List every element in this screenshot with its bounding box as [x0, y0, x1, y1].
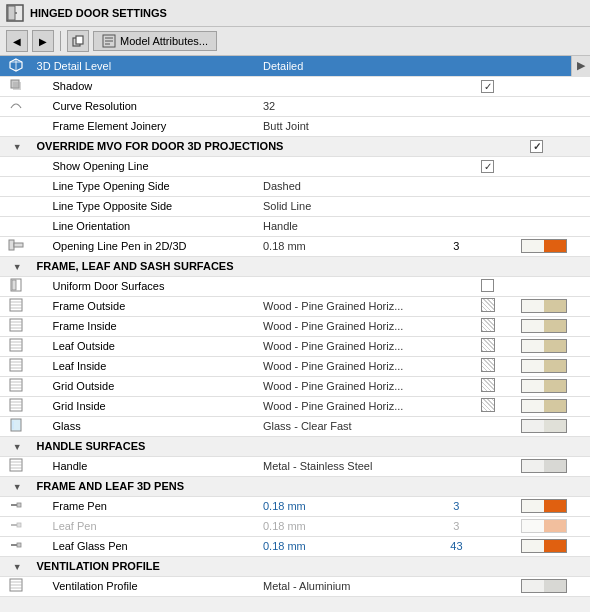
svg-rect-51 — [17, 523, 21, 527]
material-swatch[interactable] — [521, 339, 567, 353]
row-value: Handle — [259, 216, 439, 236]
texture-icon[interactable] — [481, 338, 495, 352]
row-label: Frame Outside — [33, 296, 259, 316]
table-row[interactable]: Line Orientation Handle — [0, 216, 590, 236]
texture-icon[interactable] — [481, 298, 495, 312]
section-header-pens: ▼ FRAME AND LEAF 3D PENS — [0, 476, 590, 496]
forward-button[interactable]: ▶ — [32, 30, 54, 52]
table-row[interactable]: Glass Glass - Clear Fast — [0, 416, 590, 436]
table-row[interactable]: Leaf Outside Wood - Pine Grained Horiz..… — [0, 336, 590, 356]
row-label: Line Type Opening Side — [33, 176, 259, 196]
table-row[interactable]: Grid Outside Wood - Pine Grained Horiz..… — [0, 376, 590, 396]
section-collapse-icon4[interactable]: ▼ — [12, 482, 22, 492]
row-label: Shadow — [33, 76, 259, 96]
uniform-door-checkbox[interactable] — [481, 279, 494, 292]
back-button[interactable]: ◀ — [6, 30, 28, 52]
material-swatch[interactable] — [521, 379, 567, 393]
handle-mat-icon — [9, 458, 23, 472]
table-row[interactable]: Curve Resolution 32 — [0, 96, 590, 116]
shadow-icon-cell — [0, 76, 33, 96]
row-label: Uniform Door Surfaces — [33, 276, 259, 296]
leaf-pen-swatch[interactable] — [521, 519, 567, 533]
row-arrow[interactable]: ▶ — [571, 56, 590, 76]
glass-pen-swatch[interactable] — [521, 539, 567, 553]
row-value: 0.18 mm — [259, 236, 439, 256]
table-row[interactable]: Frame Outside Wood - Pine Grained Horiz.… — [0, 296, 590, 316]
svg-rect-17 — [12, 280, 16, 290]
glass-icon — [9, 418, 23, 432]
material-swatch[interactable] — [521, 299, 567, 313]
cube-icon — [9, 58, 23, 72]
copy-button[interactable] — [67, 30, 89, 52]
row-value: 0.18 mm — [259, 516, 439, 536]
material-icon — [9, 378, 23, 392]
section-label: HANDLE SURFACES — [33, 436, 572, 456]
override-checkbox[interactable] — [530, 140, 543, 153]
table-row[interactable]: Shadow — [0, 76, 590, 96]
material-swatch[interactable] — [521, 359, 567, 373]
table-row[interactable]: Frame Pen 0.18 mm 3 — [0, 496, 590, 516]
model-attr-button[interactable]: Model Attributes... — [93, 31, 217, 51]
section-header-override: ▼ OVERRIDE MVO FOR DOOR 3D PROJECTIONS — [0, 136, 590, 156]
row-value: Wood - Pine Grained Horiz... — [259, 356, 439, 376]
row-value — [259, 76, 439, 96]
table-row[interactable]: Opening Line Pen in 2D/3D 0.18 mm 3 — [0, 236, 590, 256]
row-label: Frame Inside — [33, 316, 259, 336]
row-value: Metal - Aluminium — [259, 576, 439, 596]
svg-rect-14 — [9, 240, 14, 250]
texture-icon[interactable] — [481, 378, 495, 392]
section-collapse-icon2[interactable]: ▼ — [12, 262, 22, 272]
texture-icon[interactable] — [481, 358, 495, 372]
section-collapse-icon5[interactable]: ▼ — [12, 562, 22, 572]
row-label: Handle — [33, 456, 259, 476]
texture-icon[interactable] — [481, 318, 495, 332]
row-value: Wood - Pine Grained Horiz... — [259, 376, 439, 396]
row-label: Curve Resolution — [33, 96, 259, 116]
curve-icon — [9, 98, 23, 112]
table-row[interactable]: Frame Inside Wood - Pine Grained Horiz..… — [0, 316, 590, 336]
row-check[interactable] — [474, 76, 502, 96]
row-label: Ventilation Profile — [33, 576, 259, 596]
vent-swatch[interactable] — [521, 579, 567, 593]
section-label: FRAME AND LEAF 3D PENS — [33, 476, 572, 496]
table-row[interactable]: Line Type Opposite Side Solid Line — [0, 196, 590, 216]
window-title: HINGED DOOR SETTINGS — [30, 7, 167, 19]
section-collapse-icon[interactable]: ▼ — [12, 142, 22, 152]
material-icon — [9, 358, 23, 372]
row-label: Leaf Pen — [33, 516, 259, 536]
hinged-door-icon — [6, 4, 24, 22]
window-container: HINGED DOOR SETTINGS ◀ ▶ Model Attribute… — [0, 0, 590, 597]
shadow-checkbox[interactable] — [481, 80, 494, 93]
table-row[interactable]: Line Type Opening Side Dashed — [0, 176, 590, 196]
table-row[interactable]: 3D Detail Level Detailed ▶ — [0, 56, 590, 76]
table-row[interactable]: Show Opening Line — [0, 156, 590, 176]
row-label: Leaf Inside — [33, 356, 259, 376]
show-opening-checkbox[interactable] — [481, 160, 494, 173]
glass-swatch[interactable] — [521, 419, 567, 433]
frame-pen-swatch[interactable] — [521, 499, 567, 513]
svg-rect-49 — [17, 503, 21, 507]
table-row[interactable]: Ventilation Profile Metal - Aluminium — [0, 576, 590, 596]
row-label: Grid Outside — [33, 376, 259, 396]
table-row[interactable]: Leaf Glass Pen 0.18 mm 43 — [0, 536, 590, 556]
table-row[interactable]: Uniform Door Surfaces — [0, 276, 590, 296]
section-collapse-icon3[interactable]: ▼ — [12, 442, 22, 452]
row-label: Glass — [33, 416, 259, 436]
pen-color-swatch[interactable] — [521, 239, 567, 253]
table-row[interactable]: Frame Element Joinery Butt Joint — [0, 116, 590, 136]
table-row[interactable]: Grid Inside Wood - Pine Grained Horiz... — [0, 396, 590, 416]
row-label: Grid Inside — [33, 396, 259, 416]
material-swatch[interactable] — [521, 319, 567, 333]
table-row[interactable]: Leaf Inside Wood - Pine Grained Horiz... — [0, 356, 590, 376]
row-label: 3D Detail Level — [33, 56, 259, 76]
material-swatch[interactable] — [521, 399, 567, 413]
settings-table: 3D Detail Level Detailed ▶ Shad — [0, 56, 590, 597]
shadow-icon — [9, 78, 23, 92]
handle-swatch[interactable] — [521, 459, 567, 473]
row-check[interactable] — [474, 156, 502, 176]
texture-icon[interactable] — [481, 398, 495, 412]
row-value: Wood - Pine Grained Horiz... — [259, 296, 439, 316]
model-attr-icon — [102, 34, 116, 48]
table-row[interactable]: Leaf Pen 0.18 mm 3 — [0, 516, 590, 536]
table-row[interactable]: Handle Metal - Stainless Steel — [0, 456, 590, 476]
